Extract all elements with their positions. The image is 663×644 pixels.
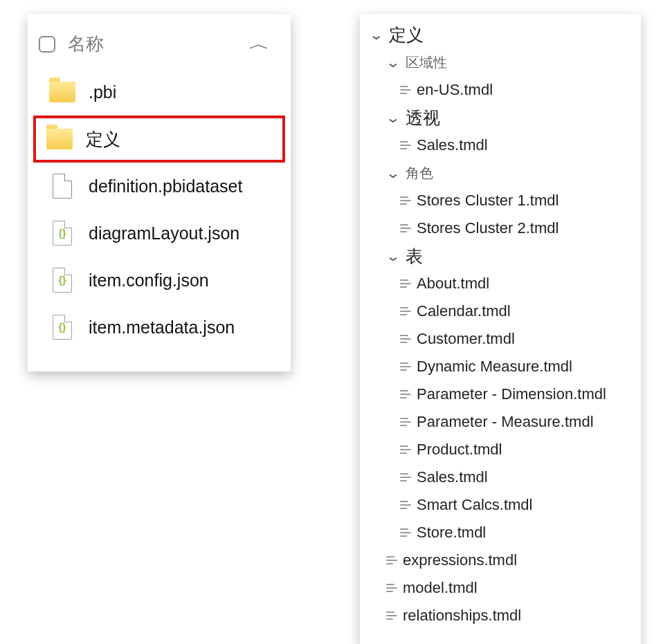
tree-node-label: Parameter - Measure.tmdl xyxy=(417,413,594,431)
tree-file-row[interactable]: Product.tmdl xyxy=(367,436,634,463)
text-file-icon xyxy=(400,473,411,481)
text-file-icon xyxy=(400,335,411,343)
file-row[interactable]: definition.pbidataset xyxy=(33,163,285,210)
tree-file-row[interactable]: Parameter - Dimension.tmdl xyxy=(367,380,634,408)
tree-folder-row[interactable]: ⌄透视 xyxy=(367,104,634,131)
tree-node-label: en-US.tmdl xyxy=(417,81,493,99)
tree-file-row[interactable]: Parameter - Measure.tmdl xyxy=(367,408,634,436)
tree-node-label: 定义 xyxy=(389,24,424,46)
file-name-label: definition.pbidataset xyxy=(89,176,242,196)
file-explorer-header: 名称 ︿ xyxy=(33,26,285,68)
text-file-icon xyxy=(400,445,411,454)
text-file-icon xyxy=(400,224,411,232)
chevron-down-icon[interactable]: ⌄ xyxy=(384,55,402,69)
tree-file-row[interactable]: Customer.tmdl xyxy=(367,325,634,353)
column-header-name[interactable]: 名称 xyxy=(68,32,104,56)
tree-node-label: relationships.tmdl xyxy=(403,607,521,625)
tree-folder-row[interactable]: ⌄定义 xyxy=(367,21,634,48)
text-file-icon xyxy=(386,584,397,592)
tree-file-row[interactable]: Sales.tmdl xyxy=(367,131,634,159)
chevron-down-icon[interactable]: ⌄ xyxy=(384,166,402,180)
definition-tree-panel: ⌄定义⌄区域性en-US.tmdl⌄透视Sales.tmdl⌄角色Stores … xyxy=(360,14,641,644)
file-name-label: 定义 xyxy=(86,128,120,151)
text-file-icon xyxy=(400,362,411,371)
text-file-icon xyxy=(400,279,411,288)
tree-node-label: About.tmdl xyxy=(417,275,489,293)
folder-icon xyxy=(48,78,76,106)
json-file-icon: {} xyxy=(48,219,76,247)
file-row[interactable]: {}item.metadata.json xyxy=(33,304,285,351)
text-file-icon xyxy=(400,141,411,149)
file-row[interactable]: {}item.config.json xyxy=(33,257,285,304)
chevron-down-icon[interactable]: ⌄ xyxy=(384,249,402,263)
tree-node-label: Sales.tmdl xyxy=(417,136,488,154)
tree-file-row[interactable]: Calendar.tmdl xyxy=(367,297,634,325)
json-file-icon: {} xyxy=(48,266,76,294)
chevron-down-icon[interactable]: ⌄ xyxy=(384,111,402,125)
tree-node-label: Stores Cluster 2.tmdl xyxy=(417,219,558,237)
tree-file-row[interactable]: Dynamic Measure.tmdl xyxy=(367,353,634,380)
text-file-icon xyxy=(386,611,397,620)
tree-node-label: Parameter - Dimension.tmdl xyxy=(417,385,606,403)
file-explorer-panel: 名称 ︿ .pbi定义definition.pbidataset{}diagra… xyxy=(28,14,291,371)
tree-folder-row[interactable]: ⌄表 xyxy=(367,242,634,270)
tree-node-label: Product.tmdl xyxy=(417,441,502,459)
file-name-label: item.config.json xyxy=(89,270,209,291)
text-file-icon xyxy=(400,528,411,537)
file-name-label: item.metadata.json xyxy=(89,318,235,338)
file-row[interactable]: 定义 xyxy=(33,116,285,163)
tree-node-label: Sales.tmdl xyxy=(417,468,488,486)
sort-ascending-icon[interactable]: ︿ xyxy=(248,37,282,52)
tree-file-row[interactable]: Smart Calcs.tmdl xyxy=(367,491,634,519)
definition-tree: ⌄定义⌄区域性en-US.tmdl⌄透视Sales.tmdl⌄角色Stores … xyxy=(367,21,634,629)
text-file-icon xyxy=(400,307,411,315)
tree-file-row[interactable]: expressions.tmdl xyxy=(367,546,634,574)
tree-file-row[interactable]: Sales.tmdl xyxy=(367,463,634,491)
text-file-icon xyxy=(386,556,397,564)
tree-node-label: 透视 xyxy=(406,107,440,129)
tree-node-label: expressions.tmdl xyxy=(403,551,517,569)
file-row[interactable]: .pbi xyxy=(33,68,285,116)
file-name-label: diagramLayout.json xyxy=(89,223,239,243)
tree-node-label: 表 xyxy=(406,245,423,268)
tree-file-row[interactable]: Stores Cluster 1.tmdl xyxy=(367,187,634,214)
tree-node-label: Store.tmdl xyxy=(417,524,486,542)
tree-node-label: Smart Calcs.tmdl xyxy=(417,496,532,514)
tree-node-label: Stores Cluster 1.tmdl xyxy=(417,192,558,210)
tree-file-row[interactable]: Store.tmdl xyxy=(367,519,634,546)
tree-node-label: Customer.tmdl xyxy=(417,330,515,348)
select-all-checkbox[interactable] xyxy=(39,36,55,53)
tree-folder-row[interactable]: ⌄角色 xyxy=(367,159,634,187)
text-file-icon xyxy=(400,86,411,94)
folder-icon xyxy=(46,125,73,153)
tree-folder-row[interactable]: ⌄区域性 xyxy=(367,48,634,76)
tree-file-row[interactable]: relationships.tmdl xyxy=(367,602,634,629)
file-icon xyxy=(48,172,76,200)
text-file-icon xyxy=(400,196,411,205)
tree-node-label: Calendar.tmdl xyxy=(417,302,511,320)
file-row[interactable]: {}diagramLayout.json xyxy=(33,210,285,257)
chevron-down-icon[interactable]: ⌄ xyxy=(367,28,385,42)
tree-node-label: 角色 xyxy=(406,164,433,183)
file-list: .pbi定义definition.pbidataset{}diagramLayo… xyxy=(33,68,285,351)
tree-node-label: Dynamic Measure.tmdl xyxy=(417,358,572,376)
tree-node-label: model.tmdl xyxy=(403,579,478,597)
tree-file-row[interactable]: Stores Cluster 2.tmdl xyxy=(367,214,634,242)
file-explorer-header-left: 名称 xyxy=(39,32,104,56)
tree-file-row[interactable]: en-US.tmdl xyxy=(367,76,634,104)
tree-node-label: 区域性 xyxy=(406,53,447,72)
text-file-icon xyxy=(400,501,411,509)
text-file-icon xyxy=(400,418,411,426)
file-name-label: .pbi xyxy=(89,82,116,102)
tree-file-row[interactable]: About.tmdl xyxy=(367,270,634,297)
text-file-icon xyxy=(400,390,411,398)
json-file-icon: {} xyxy=(48,313,76,341)
tree-file-row[interactable]: model.tmdl xyxy=(367,574,634,602)
